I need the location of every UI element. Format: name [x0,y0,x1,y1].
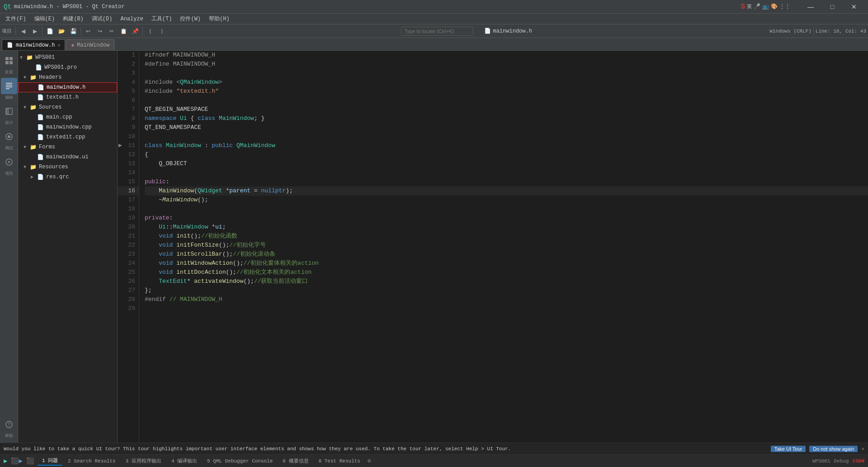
tab-mainwindow[interactable]: ◈ MainWindow [66,39,114,50]
tree-res-qrc[interactable]: ▶ 📄 res.qrc [18,172,117,182]
code-lines[interactable]: #ifndef MAINWINDOW_H #define MAINWINDOW_… [139,51,868,443]
bottom-debug-icon[interactable]: ⬛▶ [11,457,22,465]
title-bar-left: Qt mainwindow.h - WPS001 - Qt Creator [4,3,125,10]
file-icon-resqrc: 📄 [37,174,44,181]
sidebar-project-label: 项目 [5,171,13,176]
sidebar-welcome[interactable] [1,52,17,69]
tree-arrow-resqrc: ▶ [31,174,37,180]
ln-27: 27 [118,286,139,295]
menu-edit[interactable]: 编辑(E) [31,14,59,24]
tab-mainwindow-h[interactable]: 📄 mainwindow.h ✕ [2,39,65,50]
code-line-9: QT_END_NAMESPACE [145,123,868,132]
minimize-button[interactable]: — [800,0,821,14]
bottom-run-icon[interactable]: ▶ [4,457,7,465]
tree-textedit-cpp[interactable]: ▶ 📄 textedit.cpp [18,132,117,142]
project-label: 项目 [2,28,12,34]
sep3 [80,27,81,36]
tree-headers[interactable]: ▼ 📁 Headers [18,72,117,82]
bottom-tab-issues[interactable]: 1 问题 [38,456,62,466]
close-button[interactable]: ✕ [844,0,864,14]
ln-3: 3 [118,69,139,78]
tree-arrow-resources: ▼ [24,165,30,170]
tab-label-1: MainWindow [77,42,109,48]
toolbar-new[interactable]: 📄 [44,26,55,37]
maximize-button[interactable]: □ [822,0,843,14]
svg-rect-4 [6,83,12,84]
ln-6: 6 [118,96,139,105]
menu-analyze[interactable]: Analyze [117,15,146,23]
tree-mainwindow-cpp[interactable]: ▶ 📄 mainwindow.cpp [18,122,117,132]
info-bar-left: ▶ ⬛▶ ⬛ [4,457,34,465]
toolbar-paste[interactable]: 📌 [130,26,141,37]
sidebar-icons: 欢迎 编辑 设计 调试 [0,51,18,443]
tree-forms[interactable]: ▼ 📁 Forms [18,142,117,152]
bottom-tab-summary[interactable]: 6 概要信息 [278,457,313,465]
bottom-tab-qml[interactable]: 5 QML Debugger Console [203,457,277,465]
sidebar-design[interactable] [1,103,17,119]
csdn-logo: CSDN [853,458,864,464]
ln-9: 9 [118,123,139,132]
bottom-tab-test[interactable]: 8 Test Results [314,457,365,465]
tab-close-0[interactable]: ✕ [57,43,60,48]
menu-controls[interactable]: 控件(W) [176,14,204,24]
svg-rect-1 [9,57,13,60]
menu-build[interactable]: 构建(B) [59,14,87,24]
no-show-button[interactable]: Do not show again [809,446,858,452]
toolbar-save[interactable]: 💾 [68,26,79,37]
toolbar-open[interactable]: 📂 [56,26,67,37]
bottom-tab-search[interactable]: 2 Search Results [63,457,120,465]
svg-rect-7 [6,88,9,89]
toolbar-navright[interactable]: ⟩ [156,26,167,37]
sidebar-project[interactable] [1,154,17,170]
tree-pro[interactable]: ▶ 📄 WPS001.pro [18,62,117,72]
code-editor[interactable]: 1 2 3 4 5 6 7 8 9 10 ▶11 12 13 14 15 16 [118,51,868,443]
folder-icon-root: 📁 [26,54,33,61]
toolbar-copy[interactable]: 📋 [118,26,129,37]
code-line-22: void initFontSize();//初始化字号 [145,241,868,250]
tree-mainwindow-ui[interactable]: ▶ 📄 mainwindow.ui [18,152,117,162]
tree-arrow-forms: ▼ [24,145,30,150]
sidebar-edit-section: 编辑 [1,78,17,100]
sidebar-help[interactable]: ? [1,416,17,433]
file-icon-tecpp: 📄 [37,134,44,141]
ln-4: 4 [118,78,139,87]
tree-main-cpp[interactable]: ▶ 📄 main.cpp [18,112,117,122]
file-icon-maincpp: 📄 [37,114,44,121]
menu-help[interactable]: 帮助(H) [205,14,233,24]
svg-rect-5 [6,85,12,86]
toolbar-forward[interactable]: ▶ [29,26,40,37]
tree-root[interactable]: ▼ 📁 WPS001 [18,52,117,62]
menu-debug[interactable]: 调试(D) [88,14,116,24]
sep2 [42,27,42,36]
toolbar-redo[interactable]: ↪ [94,26,105,37]
sidebar-debug[interactable] [1,129,17,145]
toolbar-navleft[interactable]: ⟨ [145,26,156,37]
code-line-5: #include "textedit.h" [145,87,868,96]
bottom-stop-icon[interactable]: ⬛ [26,457,34,465]
tree-sources[interactable]: ▼ 📁 Sources [18,102,117,112]
locate-input[interactable] [401,27,473,36]
toolbar-back[interactable]: ◀ [18,26,28,37]
toolbar-undo[interactable]: ↩ [83,26,94,37]
menu-tools[interactable]: 工具(T) [148,14,176,24]
ln-18: 18 [118,205,139,214]
bottom-tab-settings[interactable]: ⚙ [368,457,371,464]
ln-8: 8 [118,114,139,123]
screen-icon: 📺 [762,3,769,10]
bottom-tab-appout[interactable]: 3 应用程序输出 [121,457,166,465]
take-tour-button[interactable]: Take UI Tour [771,446,806,452]
title-bar-controls: S 英 🎤 📺 🎨 ⋮⋮ — □ ✕ [741,0,864,14]
menu-file[interactable]: 文件(F) [2,14,30,24]
notification-close[interactable]: ✕ [861,446,864,452]
ln-7: 7 [118,105,139,114]
sidebar-edit[interactable] [1,78,17,94]
bottom-tab-compile[interactable]: 4 编译输出 [167,457,202,465]
toolbar-cut[interactable]: ✂ [106,26,117,37]
code-line-3 [145,69,868,78]
tree-resources[interactable]: ▼ 📁 Resources [18,162,117,172]
tree-label-teh: textedit.h [46,94,79,100]
ln-21: 21 [118,232,139,241]
tree-mainwindow-h[interactable]: ▶ 📄 mainwindow.h [18,82,117,92]
tree-textedit-h[interactable]: ▶ 📄 textedit.h [18,92,117,102]
svg-rect-0 [5,57,9,60]
